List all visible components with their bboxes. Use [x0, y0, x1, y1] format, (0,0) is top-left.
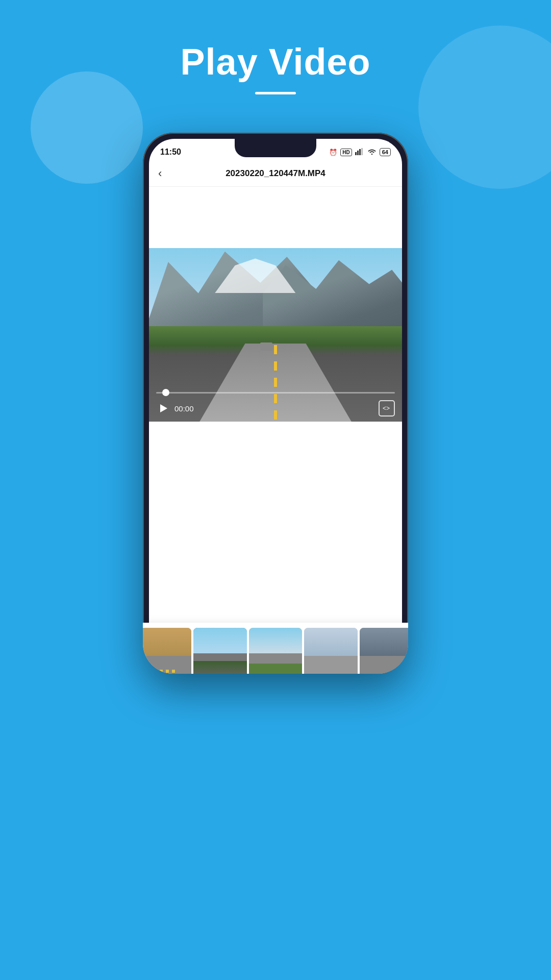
phone-frame: 11:50 ⏰ HD 64 ‹ 20230220_120447M.MP4	[143, 133, 408, 674]
title-underline	[255, 92, 296, 94]
thumbnail-1[interactable]	[143, 628, 191, 674]
back-button[interactable]: ‹	[158, 167, 162, 180]
seek-bar[interactable]	[156, 389, 395, 396]
svg-marker-4	[160, 404, 167, 412]
expand-button[interactable]: <>	[379, 400, 395, 416]
wifi-icon	[367, 148, 377, 157]
play-time-area: 00:00	[156, 401, 194, 415]
top-nav: ‹ 20230220_120447M.MP4	[149, 160, 402, 187]
svg-text:<>: <>	[383, 405, 390, 411]
status-icons: ⏰ HD 64	[329, 148, 391, 157]
thumbnail-5[interactable]	[360, 628, 408, 674]
phone-wrapper: 11:50 ⏰ HD 64 ‹ 20230220_120447M.MP4	[143, 133, 408, 704]
controls-row: 00:00 <>	[156, 400, 395, 416]
battery-badge: 64	[380, 148, 391, 156]
thumbnail-4[interactable]	[304, 628, 358, 674]
page-title-area: Play Video	[0, 41, 551, 94]
svg-rect-3	[361, 148, 363, 155]
below-video-space	[149, 422, 402, 554]
time-display: 00:00	[174, 404, 194, 413]
seek-thumb[interactable]	[162, 389, 169, 396]
svg-rect-2	[359, 149, 361, 155]
video-filename: 20230220_120447M.MP4	[226, 168, 325, 179]
signal-icon	[355, 148, 364, 157]
hd-badge: HD	[340, 149, 352, 156]
thumbnail-strip	[143, 623, 408, 674]
page-title: Play Video	[0, 41, 551, 83]
phone-screen: 11:50 ⏰ HD 64 ‹ 20230220_120447M.MP4	[149, 139, 402, 668]
svg-rect-1	[357, 151, 359, 155]
thumbnail-3[interactable]	[249, 628, 303, 674]
svg-rect-0	[355, 152, 357, 155]
video-controls: 00:00 <>	[149, 386, 402, 422]
seek-bar-track	[156, 392, 395, 394]
thumbnail-2[interactable]	[193, 628, 247, 674]
status-time: 11:50	[160, 148, 181, 157]
thumbnail-strip-area	[143, 623, 408, 674]
above-video-space	[149, 187, 402, 248]
alarm-icon: ⏰	[329, 149, 337, 156]
play-button[interactable]	[156, 401, 170, 415]
video-car	[260, 342, 272, 351]
notch	[235, 139, 316, 157]
video-player[interactable]: 00:00 <>	[149, 248, 402, 422]
